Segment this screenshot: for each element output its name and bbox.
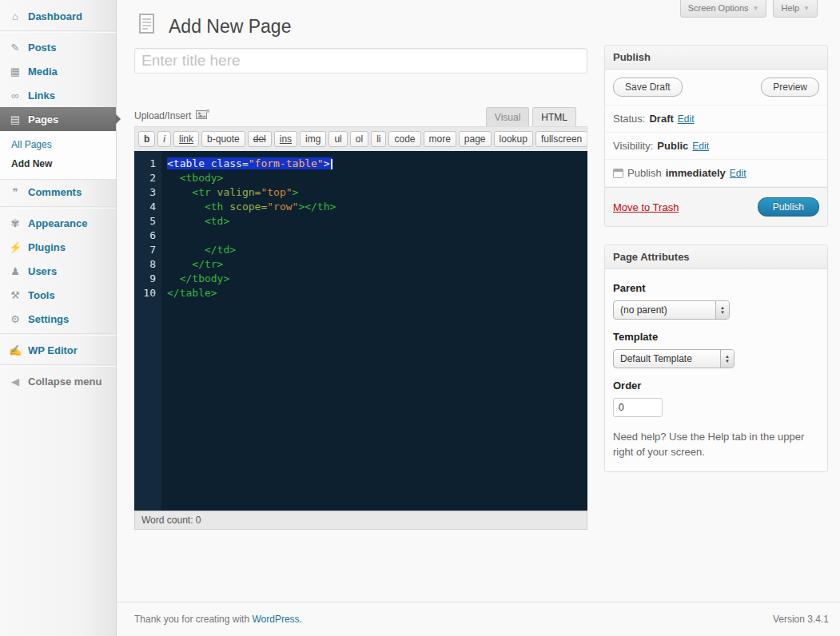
visibility-label: Visibility: xyxy=(613,140,653,152)
visibility-edit-link[interactable]: Edit xyxy=(692,141,709,152)
qt-i-button[interactable]: i xyxy=(157,131,171,147)
word-count-value: 0 xyxy=(196,515,201,526)
status-edit-link[interactable]: Edit xyxy=(678,113,695,125)
upload-insert: Upload/Insert xyxy=(134,109,209,126)
links-icon: ∞ xyxy=(8,89,22,101)
code-line[interactable]: </table> xyxy=(167,286,587,300)
qt-ol-button[interactable]: ol xyxy=(350,131,368,147)
screen-meta-links: Screen Options ▼ Help ▼ xyxy=(680,0,818,18)
sidebar-item-settings[interactable]: ⚙Settings xyxy=(0,307,116,331)
code-line[interactable]: <tr valign="top"> xyxy=(167,185,587,200)
publish-panel-header[interactable]: Publish xyxy=(605,46,827,70)
sidebar-item-media[interactable]: ▦Media xyxy=(0,59,116,83)
sidebar-item-label: Comments xyxy=(28,186,82,198)
line-number: 8 xyxy=(134,257,156,272)
schedule-edit-link[interactable]: Edit xyxy=(730,168,746,179)
stepper-down-icon: ▼ xyxy=(725,359,730,364)
qt-del-button[interactable]: del xyxy=(248,131,272,147)
wordpress-link[interactable]: WordPress. xyxy=(252,614,301,625)
visibility-row: Visibility: Public Edit xyxy=(605,133,827,160)
menu-separator xyxy=(0,333,116,336)
sidebar-item-posts[interactable]: ✎Posts xyxy=(0,35,116,59)
qt-img-button[interactable]: img xyxy=(300,131,326,147)
qt-lookup-button[interactable]: lookup xyxy=(494,131,533,147)
help-label: Help xyxy=(781,3,799,13)
line-number: 7 xyxy=(134,243,156,257)
tab-html[interactable]: HTML xyxy=(532,107,576,126)
add-media-icon[interactable] xyxy=(196,109,209,122)
parent-select[interactable]: (no parent) ▲ ▼ xyxy=(613,300,730,320)
menu-separator xyxy=(0,364,116,367)
page-attributes-header[interactable]: Page Attributes xyxy=(605,245,827,269)
code-line[interactable]: </tr> xyxy=(167,257,587,272)
sidebar-item-wp-editor[interactable]: ✍WP Editor xyxy=(0,338,116,362)
upload-insert-label: Upload/Insert xyxy=(134,110,191,121)
caret-down-icon: ▼ xyxy=(803,5,810,12)
qt-ul-button[interactable]: ul xyxy=(328,131,347,147)
code-line[interactable]: <tbody> xyxy=(167,171,587,185)
submenu-item-all-pages[interactable]: All Pages xyxy=(0,135,116,154)
submenu-item-add-new[interactable]: Add New xyxy=(0,154,116,173)
code-line[interactable]: <th scope="row"></th> xyxy=(167,200,587,214)
page-attributes-panel: Page Attributes Parent (no parent) ▲ ▼ T… xyxy=(604,244,828,472)
sidebar-item-comments[interactable]: ❞Comments xyxy=(0,180,116,204)
caret-down-icon: ▼ xyxy=(753,5,759,12)
visibility-value: Public xyxy=(657,140,688,152)
code-line[interactable] xyxy=(167,229,587,243)
template-label: Template xyxy=(613,331,819,343)
sidebar-item-label: Pages xyxy=(28,113,58,125)
qt-li-button[interactable]: li xyxy=(371,131,386,147)
pages-submenu: All PagesAdd New xyxy=(0,131,116,180)
qt-ins-button[interactable]: ins xyxy=(274,131,297,147)
status-value: Draft xyxy=(649,113,673,125)
template-select[interactable]: Default Template ▲ ▼ xyxy=(613,349,735,368)
footer-version: Version 3.4.1 xyxy=(773,614,829,625)
editor-code[interactable]: <table class="form-table"> <tbody> <tr v… xyxy=(161,151,587,511)
sidebar-item-users[interactable]: ♟Users xyxy=(0,259,116,283)
qt-code-button[interactable]: code xyxy=(388,131,420,147)
qt-more-button[interactable]: more xyxy=(424,131,456,147)
sidebar-item-collapse-menu[interactable]: ◀Collapse menu xyxy=(0,369,116,393)
code-line[interactable]: </tbody> xyxy=(167,272,587,286)
title-input[interactable] xyxy=(134,48,587,74)
sidebar-item-tools[interactable]: ⚒Tools xyxy=(0,283,116,307)
sidebar-item-label: Plugins xyxy=(28,241,66,253)
editor-gutter: 12345678910 xyxy=(134,151,161,511)
preview-button[interactable]: Preview xyxy=(761,78,819,97)
code-line[interactable]: </td> xyxy=(167,243,587,257)
qt-fullscreen-button[interactable]: fullscreen xyxy=(535,131,587,147)
schedule-row: Publish immediately Edit xyxy=(605,160,827,187)
qt-link-button[interactable]: link xyxy=(173,131,199,147)
qt-b-button[interactable]: b xyxy=(138,131,155,147)
sidebar-item-dashboard[interactable]: ⌂Dashboard xyxy=(0,4,116,28)
save-draft-button[interactable]: Save Draft xyxy=(613,78,683,97)
calendar-icon xyxy=(613,169,623,178)
sidebar-item-plugins[interactable]: ⚡Plugins xyxy=(0,235,116,259)
qt-b-quote-button[interactable]: b-quote xyxy=(201,131,245,147)
sidebar-item-label: Media xyxy=(28,66,58,78)
menu-separator xyxy=(0,206,116,209)
code-line[interactable]: <table class="form-table"> xyxy=(167,157,587,171)
sidebar-item-appearance[interactable]: ✾Appearance xyxy=(0,211,116,235)
posts-icon: ✎ xyxy=(8,42,22,54)
attributes-help-text: Need help? Use the Help tab in the upper… xyxy=(613,430,811,460)
order-input[interactable] xyxy=(613,398,663,417)
template-select-value: Default Template xyxy=(620,353,692,364)
wp-editor-icon: ✍ xyxy=(8,344,22,356)
screen-options-button[interactable]: Screen Options ▼ xyxy=(680,0,767,18)
publish-panel: Publish Save Draft Preview Status: Draft… xyxy=(604,45,828,227)
sidebar-item-links[interactable]: ∞Links xyxy=(0,83,116,107)
move-to-trash-link[interactable]: Move to Trash xyxy=(613,201,679,213)
publish-button[interactable]: Publish xyxy=(758,197,819,217)
sidebar-item-pages[interactable]: ▤Pages xyxy=(0,107,116,131)
code-line[interactable]: <td> xyxy=(167,214,587,229)
help-button[interactable]: Help ▼ xyxy=(773,0,818,18)
code-editor[interactable]: 12345678910 <table class="form-table"> <… xyxy=(134,151,587,511)
plugins-icon: ⚡ xyxy=(8,241,22,253)
sidebar-item-label: Links xyxy=(28,89,55,101)
selected-line-highlight: <table class="form-table"> xyxy=(167,157,332,169)
pages-icon: ▤ xyxy=(8,113,22,125)
status-label: Status: xyxy=(613,113,645,125)
tab-visual[interactable]: Visual xyxy=(486,107,529,126)
qt-page-button[interactable]: page xyxy=(459,131,492,147)
